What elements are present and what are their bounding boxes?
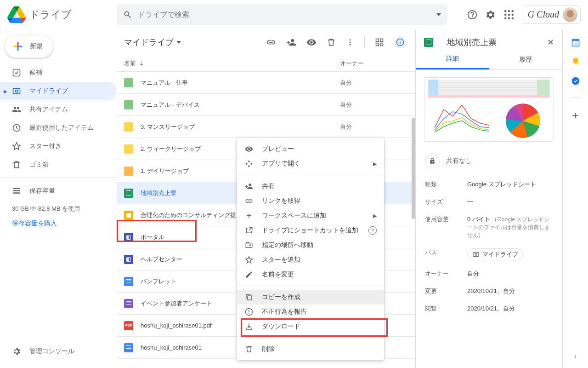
- sidebar-trash[interactable]: ゴミ箱: [0, 155, 117, 174]
- lock-icon: [425, 154, 440, 168]
- close-icon[interactable]: ✕: [547, 37, 554, 47]
- info-icon[interactable]: [394, 36, 406, 48]
- ctx-link[interactable]: リンクを取得: [237, 194, 384, 208]
- get-link-icon[interactable]: [266, 37, 276, 47]
- doc-icon: [124, 343, 133, 352]
- ctx-star[interactable]: スターを追加: [237, 253, 384, 267]
- ctx-trash[interactable]: 削除: [237, 342, 384, 356]
- file-row[interactable]: 3. マンスリージョブ自分: [117, 116, 415, 138]
- file-row[interactable]: マニュアル - 仕事自分: [117, 72, 415, 94]
- search-dropdown-icon[interactable]: [436, 13, 441, 16]
- new-button[interactable]: 新規: [5, 35, 53, 58]
- scrollbar-thumb[interactable]: [412, 118, 415, 219]
- svg-point-2: [504, 10, 506, 12]
- sort-down-icon: [139, 61, 144, 66]
- help-icon[interactable]: [467, 9, 478, 20]
- svg-point-20: [350, 44, 351, 46]
- sidebar-storage[interactable]: 保存容量: [0, 182, 117, 200]
- file-row[interactable]: マニュアル - デバイス自分: [117, 94, 415, 116]
- sites-icon: [124, 233, 133, 242]
- link-icon: [244, 197, 254, 205]
- folder-yellow-icon: [124, 144, 133, 154]
- report-icon: [244, 308, 254, 316]
- ctx-move[interactable]: 指定の場所へ移動: [237, 238, 384, 253]
- col-name-header[interactable]: 名前: [124, 59, 340, 68]
- file-owner: 自分: [340, 123, 400, 131]
- col-owner-header[interactable]: オーナー: [340, 59, 400, 68]
- svg-point-9: [508, 17, 509, 19]
- plus-icon: [11, 40, 24, 53]
- pdf-icon: PDF: [124, 321, 133, 330]
- svg-point-6: [508, 13, 509, 15]
- sidebar-starred[interactable]: スター付き: [0, 137, 117, 155]
- sharing-status[interactable]: 共有なし: [416, 149, 562, 173]
- apps-grid-icon[interactable]: [503, 9, 514, 20]
- search-bar[interactable]: [117, 4, 447, 25]
- svg-rect-11: [13, 69, 20, 76]
- clock-icon: [12, 123, 21, 132]
- trash-icon: [12, 160, 21, 169]
- tab-history[interactable]: 履歴: [489, 50, 563, 69]
- svg-text:31: 31: [573, 42, 577, 46]
- breadcrumb[interactable]: マイドライブ: [124, 37, 181, 48]
- ctx-shortcut[interactable]: ドライブにショートカットを追加?: [237, 223, 384, 238]
- logo-area[interactable]: ドライブ: [7, 6, 117, 24]
- sidebar-recent[interactable]: 最近使用したアイテム: [0, 119, 117, 137]
- svg-point-7: [511, 13, 513, 15]
- account-switcher[interactable]: G Cloud: [522, 6, 581, 24]
- svg-point-18: [350, 39, 351, 40]
- ctx-copy[interactable]: コピーを作成: [237, 290, 384, 305]
- doc-icon: [124, 277, 133, 286]
- svg-point-1: [472, 17, 472, 17]
- settings-icon[interactable]: [485, 9, 496, 20]
- file-preview[interactable]: [424, 77, 554, 142]
- preview-icon[interactable]: [306, 37, 317, 47]
- add-addon-icon[interactable]: +: [572, 109, 578, 122]
- app-header: ドライブ G Cloud: [0, 0, 588, 29]
- column-headers: 名前 オーナー: [117, 55, 415, 72]
- sidebar-mydrive[interactable]: ▶マイドライブ: [0, 82, 117, 100]
- svg-rect-24: [380, 43, 383, 46]
- calendar-icon[interactable]: 31: [571, 38, 580, 47]
- tasks-icon[interactable]: [571, 76, 580, 86]
- eye-icon: [244, 145, 254, 153]
- ctx-eye[interactable]: プレビュー: [237, 142, 384, 156]
- path-chip[interactable]: マイドライブ: [467, 248, 523, 260]
- chevron-right-icon: ▶: [373, 161, 377, 167]
- gear-icon: [12, 347, 21, 356]
- ctx-report[interactable]: 不正行為を報告: [237, 305, 384, 319]
- folder-yellow-icon: [124, 122, 133, 132]
- context-menu: プレビューアプリで開く▶共有リンクを取得+ワークスペースに追加▶ドライブにショー…: [237, 138, 384, 360]
- plus-icon: +: [244, 211, 254, 220]
- storage-usage-text: 30 GB 中 82.8 MB を使用: [0, 205, 117, 213]
- ctx-plus[interactable]: +ワークスペースに追加▶: [237, 208, 384, 223]
- delete-icon[interactable]: [327, 38, 336, 47]
- more-icon[interactable]: [346, 38, 354, 46]
- svg-rect-29: [127, 258, 129, 261]
- drive-small-icon: [472, 251, 480, 258]
- sheets-icon: [124, 189, 133, 198]
- sidebar-shared[interactable]: 共有アイテム: [0, 100, 117, 119]
- svg-point-46: [571, 77, 579, 85]
- tab-details[interactable]: 詳細: [416, 50, 489, 69]
- chevron-right-icon: ▶: [373, 213, 377, 219]
- search-input[interactable]: [138, 11, 436, 19]
- ctx-pencil[interactable]: 名前を変更: [237, 267, 384, 282]
- help-icon[interactable]: ?: [368, 226, 377, 235]
- avatar[interactable]: [563, 7, 577, 22]
- move-icon: [244, 241, 254, 249]
- drive-logo-icon: [7, 6, 26, 24]
- buy-storage-link[interactable]: 保存容量を購入: [0, 219, 117, 228]
- svg-rect-41: [473, 252, 479, 256]
- sidebar-priority[interactable]: 候補: [0, 63, 117, 82]
- ctx-apps[interactable]: アプリで開く▶: [237, 156, 384, 171]
- grid-view-icon[interactable]: [375, 38, 384, 47]
- admin-console-link[interactable]: 管理コンソール: [0, 342, 74, 361]
- share-icon[interactable]: [286, 37, 296, 47]
- chevron-right-icon[interactable]: ›: [574, 352, 577, 360]
- ctx-person-add[interactable]: 共有: [237, 179, 384, 194]
- keep-icon[interactable]: [571, 57, 580, 66]
- svg-rect-38: [428, 80, 438, 98]
- ctx-download[interactable]: ダウンロード: [237, 319, 384, 334]
- svg-point-4: [511, 10, 513, 12]
